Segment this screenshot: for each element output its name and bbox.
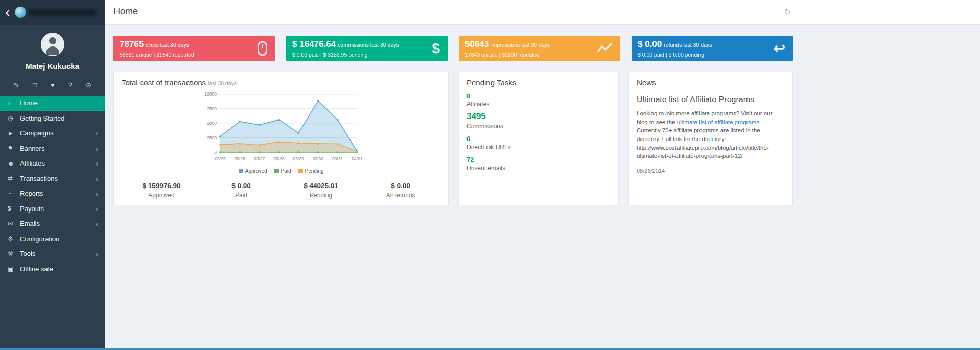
legend-item: Approved: [239, 168, 267, 174]
stat-label: refunds last 30 days: [664, 42, 712, 48]
sidebar-item-label: Transactions: [20, 175, 96, 182]
task-item: 0 Affiliates: [466, 92, 611, 108]
legend-swatch: [274, 169, 279, 173]
sidebar-item-affiliates[interactable]: ☻ Affiliates ‹: [0, 156, 105, 171]
heart-icon[interactable]: ♥: [51, 81, 55, 89]
chevron-left-icon: ‹: [96, 129, 98, 137]
clock-icon: ◷: [8, 114, 20, 122]
user-name: Matej Kukucka: [0, 62, 105, 71]
chevron-left-icon: ‹: [96, 190, 98, 197]
legend-swatch: [298, 169, 303, 173]
stat-subtext: 56581 unique | 21540 repeated: [120, 52, 269, 58]
monitor-icon[interactable]: □: [33, 81, 37, 89]
svg-text:03/30: 03/30: [313, 156, 324, 161]
sidebar-item-offline-sale[interactable]: ▣ Offline sale: [0, 262, 105, 277]
transactions-totals: $ 159976.90 Approved $ 0.00 Paid $ 44025…: [122, 182, 440, 199]
chevron-left-icon: ‹: [96, 175, 98, 182]
sidebar-item-emails[interactable]: ✉ Emails ‹: [0, 216, 105, 231]
sidebar-item-payouts[interactable]: $ Payouts ‹: [0, 201, 105, 217]
basket-icon: ▣: [8, 265, 20, 272]
app-root: ‹ Matej Kukucka ✎ □ ♥ ? ⊙ ⌂ Home ◷: [0, 0, 980, 350]
avatar-head: [49, 37, 56, 44]
svg-text:03/26: 03/26: [235, 156, 246, 161]
wrench-icon: ⚒: [8, 250, 20, 258]
svg-text:03/28: 03/28: [273, 156, 285, 161]
brand-logo-icon: [15, 7, 26, 18]
task-value: 0: [466, 135, 611, 143]
task-label: Affiliates: [466, 101, 611, 108]
legend-item: Pending: [298, 168, 324, 174]
stat-box-clicks: 78765clicks last 30 days 56581 unique | …: [113, 36, 275, 61]
svg-text:0: 0: [214, 150, 217, 155]
brand-name-redacted: [29, 9, 96, 16]
sidebar-item-home[interactable]: ⌂ Home: [0, 96, 105, 111]
sidebar-item-configuration[interactable]: ⚙ Configuration: [0, 231, 105, 247]
sidebar-item-tools[interactable]: ⚒ Tools ‹: [0, 246, 105, 262]
power-icon[interactable]: ⊙: [86, 81, 91, 89]
svg-text:5000: 5000: [207, 121, 217, 126]
megaphone-icon: ►: [8, 130, 20, 137]
chevron-left-icon: ‹: [96, 159, 98, 167]
transactions-card-title: Total cost of transactionslast 30 days: [122, 78, 440, 87]
stat-box-refunds: $ 0.00refunds last 30 days $ 0.00 paid |…: [632, 36, 793, 61]
stat-value: 78765: [120, 39, 144, 49]
news-card: News Ultimate list of Affiliate Programs…: [628, 72, 793, 205]
stat-subtext: $ 0.00 paid | $ 3182.95 pending: [292, 52, 441, 58]
back-chevron-icon[interactable]: ‹: [5, 1, 10, 24]
pie-chart-icon: ◔: [8, 190, 20, 197]
stat-value: $ 16476.64: [292, 39, 336, 49]
card-title-subtext: last 30 days: [208, 80, 237, 86]
sidebar-item-transactions[interactable]: ⇄ Transactions ‹: [0, 171, 105, 186]
stat-label: clicks last 30 days: [146, 42, 189, 48]
sidebar-item-getting-started[interactable]: ◷ Getting Started: [0, 111, 105, 126]
trend-line-icon: [597, 42, 613, 55]
money-icon: $: [8, 205, 20, 212]
news-link[interactable]: ultimate list of affiliate programs: [677, 119, 760, 125]
sidebar-item-label: Emails: [20, 220, 96, 227]
avatar: [41, 33, 64, 56]
question-icon[interactable]: ?: [68, 81, 72, 89]
sidebar-item-reports[interactable]: ◔ Reports ‹: [0, 186, 105, 201]
svg-text:04/01: 04/01: [352, 156, 363, 161]
transactions-chart: 02500500075001000003/2503/2603/2703/2803…: [122, 89, 440, 167]
task-value: 72: [466, 156, 611, 164]
chevron-left-icon: ‹: [96, 220, 98, 227]
sidebar-item-label: Banners: [20, 145, 96, 152]
sidebar-item-label: Offline sale: [20, 265, 98, 273]
stat-box-row: 78765clicks last 30 days 56581 unique | …: [113, 36, 793, 61]
news-body: Looking to join more affiliate programs?…: [637, 109, 785, 160]
sidebar-item-label: Reports: [20, 190, 96, 197]
sidebar-item-label: Tools: [20, 250, 96, 258]
transactions-card: Total cost of transactionslast 30 days 0…: [113, 72, 449, 205]
bottom-edge-strip: [0, 348, 980, 350]
pencil-icon[interactable]: ✎: [13, 81, 19, 89]
users-icon: ☻: [8, 160, 20, 167]
gear-icon: ⚙: [8, 235, 20, 242]
sidebar-item-label: Payouts: [20, 205, 96, 213]
sidebar-item-banners[interactable]: ⚑ Banners ‹: [0, 141, 105, 156]
total-value: $ 44025.01: [281, 182, 361, 190]
total-label: Pending: [281, 192, 361, 199]
sidebar-item-campaigns[interactable]: ► Campaigns ‹: [0, 126, 105, 141]
sidebar-menu: ⌂ Home ◷ Getting Started ► Campaigns ‹ ⚑…: [0, 96, 105, 276]
stat-label: impressions last 30 days: [491, 42, 550, 48]
sidebar-item-label: Getting Started: [20, 114, 98, 122]
avatar-shoulders: [46, 46, 59, 55]
task-item: 3495 Commissions: [466, 111, 611, 130]
stat-value: 50643: [465, 39, 489, 49]
topbar: Home ↻: [105, 0, 980, 25]
total-value: $ 0.00: [201, 182, 281, 190]
total-label: Paid: [201, 192, 281, 199]
svg-text:10000: 10000: [204, 91, 217, 97]
stat-label: commissions last 30 days: [338, 42, 399, 48]
exchange-icon: ⇄: [8, 175, 20, 182]
refresh-icon[interactable]: ↻: [784, 7, 791, 17]
chevron-left-icon: ‹: [96, 250, 98, 258]
total-value: $ 159976.90: [122, 182, 201, 190]
page-title: Home: [113, 6, 138, 17]
stat-value: $ 0.00: [638, 39, 662, 49]
svg-text:2500: 2500: [207, 135, 217, 141]
chevron-left-icon: ‹: [96, 145, 98, 152]
total-all-refunds: $ 0.00 All refunds: [361, 182, 440, 199]
mouse-icon: [258, 41, 267, 56]
